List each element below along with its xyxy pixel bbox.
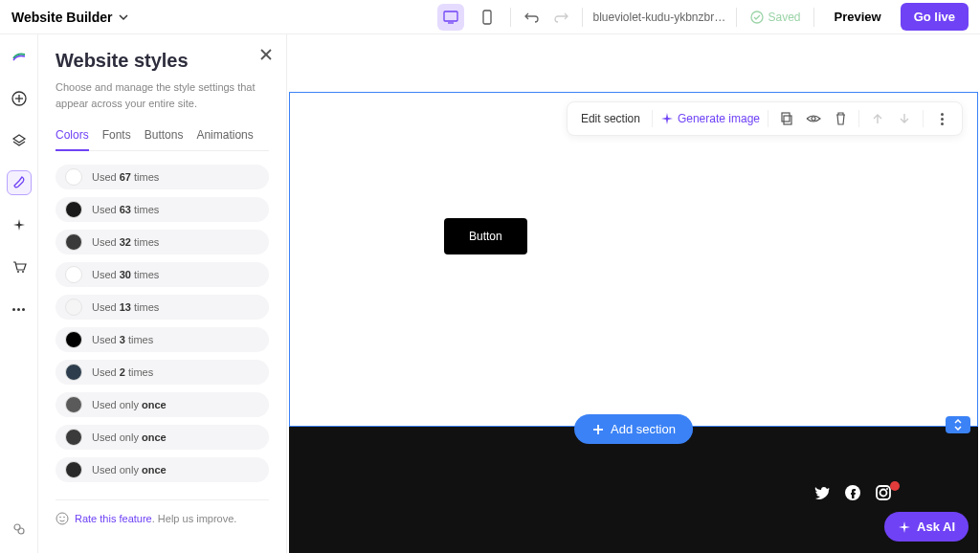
- add-section-label: Add section: [611, 422, 676, 436]
- twitter-icon: [813, 484, 831, 501]
- generate-image-label: Generate image: [678, 112, 760, 125]
- color-usage-label: Used only once: [92, 431, 167, 443]
- plus-circle-icon: [11, 91, 27, 106]
- color-usage-label: Used 2 times: [92, 366, 153, 378]
- domain-text[interactable]: blueviolet-kudu-ykbnzbrrv4s...: [592, 11, 726, 24]
- tab-colors[interactable]: Colors: [56, 128, 89, 151]
- panel-subtitle: Choose and manage the style settings tha…: [56, 79, 269, 111]
- ai-tools-button[interactable]: [7, 212, 32, 237]
- separator: [923, 110, 924, 127]
- twitter-link[interactable]: [813, 484, 831, 501]
- tab-buttons[interactable]: Buttons: [145, 128, 184, 150]
- rate-feature-link[interactable]: Rate this feature: [75, 513, 152, 524]
- section-toolbar: Edit section Generate image: [567, 101, 963, 136]
- left-sidebar: [0, 34, 38, 553]
- move-up-button[interactable]: [867, 108, 888, 129]
- color-row[interactable]: Used 3 times: [56, 327, 269, 352]
- sparkle-icon: [898, 520, 911, 534]
- color-swatch: [65, 299, 82, 316]
- color-usage-label: Used 3 times: [92, 334, 153, 345]
- mobile-icon: [481, 10, 493, 25]
- color-usage-label: Used only once: [92, 464, 167, 476]
- app-menu[interactable]: Website Builder: [11, 10, 128, 25]
- color-swatch: [65, 266, 82, 283]
- visibility-button[interactable]: [803, 108, 824, 129]
- logo-icon[interactable]: [7, 44, 32, 69]
- selected-section[interactable]: [289, 92, 978, 427]
- undo-button[interactable]: [521, 6, 544, 29]
- color-row[interactable]: Used only once: [56, 425, 269, 450]
- color-row[interactable]: Used 30 times: [56, 262, 269, 287]
- color-usage-label: Used 67 times: [92, 171, 159, 183]
- edit-section-button[interactable]: Edit section: [577, 112, 644, 125]
- facebook-icon: [844, 484, 861, 501]
- svg-point-24: [886, 488, 888, 490]
- trash-icon: [835, 112, 847, 125]
- saved-label: Saved: [768, 11, 800, 24]
- arrow-up-icon: [872, 113, 883, 124]
- canvas-button-element[interactable]: Button: [444, 218, 527, 254]
- more-button[interactable]: [7, 297, 32, 321]
- svg-point-23: [880, 490, 887, 497]
- svg-rect-16: [784, 116, 791, 124]
- svg-point-18: [812, 117, 815, 121]
- close-panel-button[interactable]: [259, 48, 273, 65]
- color-usage-label: Used only once: [92, 399, 167, 410]
- layers-button[interactable]: [7, 128, 32, 153]
- add-page-button[interactable]: [7, 86, 32, 111]
- color-row[interactable]: Used 32 times: [56, 230, 269, 254]
- color-row[interactable]: Used 13 times: [56, 295, 269, 320]
- color-swatch: [65, 331, 82, 348]
- eye-icon: [806, 113, 821, 124]
- link-button[interactable]: [7, 517, 32, 542]
- preview-button[interactable]: Preview: [824, 4, 890, 30]
- separator: [768, 110, 768, 127]
- desktop-view-button[interactable]: [437, 4, 464, 31]
- add-section-button[interactable]: Add section: [574, 414, 693, 444]
- color-row[interactable]: Used 67 times: [56, 165, 269, 189]
- color-row[interactable]: Used 2 times: [56, 360, 269, 385]
- color-swatch: [65, 233, 82, 251]
- svg-point-13: [56, 513, 68, 524]
- svg-point-14: [59, 517, 61, 519]
- color-row[interactable]: Used only once: [56, 392, 269, 417]
- panel-tabs: Colors Fonts Buttons Animations: [56, 128, 269, 151]
- styles-button[interactable]: [7, 170, 32, 195]
- tab-fonts[interactable]: Fonts: [102, 128, 131, 150]
- color-row[interactable]: Used only once: [56, 457, 269, 482]
- ask-ai-button[interactable]: Ask AI: [884, 512, 969, 542]
- styles-panel: Website styles Choose and manage the sty…: [38, 34, 287, 553]
- link-icon: [11, 521, 27, 537]
- color-swatch: [65, 201, 82, 218]
- check-circle-icon: [750, 11, 764, 24]
- svg-point-7: [17, 271, 19, 273]
- resize-icon: [953, 419, 963, 431]
- duplicate-button[interactable]: [776, 108, 797, 129]
- delete-button[interactable]: [830, 108, 851, 129]
- color-row[interactable]: Used 63 times: [56, 197, 269, 222]
- generate-image-button[interactable]: Generate image: [660, 112, 760, 125]
- facebook-link[interactable]: [844, 484, 861, 501]
- social-icons: [813, 484, 892, 501]
- resize-handle[interactable]: [946, 416, 970, 433]
- separator: [582, 8, 583, 27]
- go-live-button[interactable]: Go live: [901, 3, 969, 31]
- mobile-view-button[interactable]: [474, 4, 501, 31]
- move-down-button[interactable]: [894, 108, 915, 129]
- redo-button[interactable]: [549, 6, 572, 29]
- canvas-area[interactable]: Edit section Generate image: [287, 34, 980, 553]
- ecommerce-button[interactable]: [7, 254, 32, 279]
- color-usage-label: Used 13 times: [92, 301, 159, 313]
- tab-animations[interactable]: Animations: [196, 128, 253, 150]
- sparkle-icon: [660, 112, 674, 125]
- color-swatch: [65, 396, 82, 413]
- panel-footer: Rate this feature. Help us improve.: [56, 499, 269, 525]
- separator: [858, 110, 859, 127]
- app-title: Website Builder: [11, 10, 113, 25]
- footer-text: . Help us improve.: [152, 513, 237, 524]
- color-list: Used 67 timesUsed 63 timesUsed 32 timesU…: [56, 165, 269, 482]
- instagram-link[interactable]: [875, 484, 892, 501]
- section-more-button[interactable]: [931, 108, 952, 129]
- redo-icon: [553, 11, 568, 24]
- footer-section[interactable]: [289, 427, 978, 553]
